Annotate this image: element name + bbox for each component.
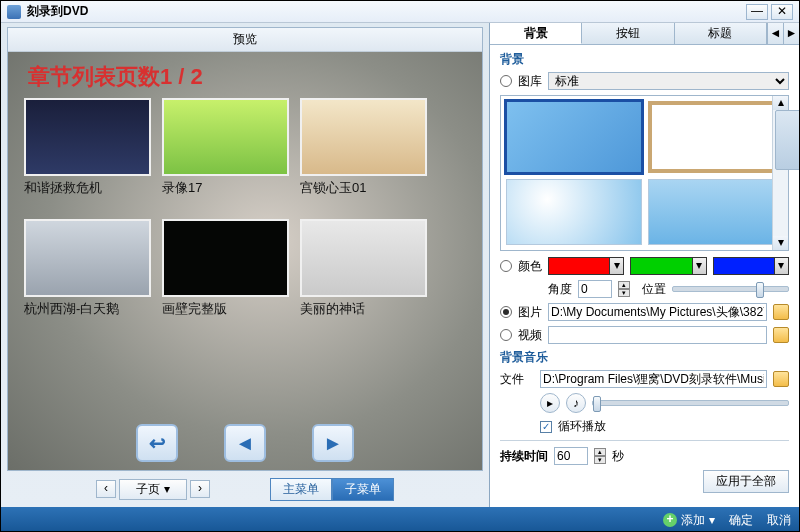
play-button[interactable]: ▸ bbox=[540, 393, 560, 413]
radio-video[interactable] bbox=[500, 329, 512, 341]
gallery-thumb[interactable] bbox=[506, 179, 642, 245]
tabs-scroll-left[interactable]: ◄ bbox=[767, 23, 783, 44]
video-path-input[interactable] bbox=[548, 326, 767, 344]
nav-next-button[interactable]: ► bbox=[312, 424, 354, 462]
label-file: 文件 bbox=[500, 371, 534, 388]
footer-ok-button[interactable]: 确定 bbox=[729, 512, 753, 529]
library-select[interactable]: 标准 bbox=[548, 72, 789, 90]
loop-checkbox[interactable]: ✓ bbox=[540, 421, 552, 433]
pager-prev[interactable]: ‹ bbox=[96, 480, 116, 498]
pager-label[interactable]: 子页▾ bbox=[119, 479, 187, 500]
radio-image[interactable] bbox=[500, 306, 512, 318]
duration-input[interactable] bbox=[554, 447, 588, 465]
apply-all-button[interactable]: 应用于全部 bbox=[703, 470, 789, 493]
window-title: 刻录到DVD bbox=[27, 3, 88, 20]
label-library: 图库 bbox=[518, 73, 542, 90]
position-slider[interactable] bbox=[672, 286, 789, 292]
scroll-up-icon[interactable]: ▴ bbox=[773, 96, 788, 110]
chapter-label: 画壁完整版 bbox=[162, 300, 294, 318]
chapter-thumb[interactable]: 录像17 bbox=[162, 98, 294, 197]
app-icon bbox=[7, 5, 21, 19]
angle-up[interactable]: ▴ bbox=[618, 281, 630, 289]
nav-return-button[interactable]: ↩ bbox=[136, 424, 178, 462]
chapter-thumb[interactable]: 宫锁心玉01 bbox=[300, 98, 432, 197]
scroll-down-icon[interactable]: ▾ bbox=[773, 236, 788, 250]
tab-background[interactable]: 背景 bbox=[490, 23, 582, 44]
gallery-thumb[interactable] bbox=[648, 179, 784, 245]
chapter-thumb[interactable]: 画壁完整版 bbox=[162, 219, 294, 318]
angle-down[interactable]: ▾ bbox=[618, 289, 630, 297]
label-video: 视频 bbox=[518, 327, 542, 344]
duration-down[interactable]: ▾ bbox=[594, 456, 606, 464]
tab-title[interactable]: 标题 bbox=[675, 23, 767, 44]
gallery-scrollbar[interactable]: ▴ ▾ bbox=[772, 96, 788, 250]
tab-main-menu[interactable]: 主菜单 bbox=[270, 478, 332, 501]
music-path-input[interactable] bbox=[540, 370, 767, 388]
note-button[interactable]: ♪ bbox=[566, 393, 586, 413]
gallery-thumb[interactable] bbox=[506, 101, 642, 173]
footer-cancel-button[interactable]: 取消 bbox=[767, 512, 791, 529]
nav-prev-button[interactable]: ◄ bbox=[224, 424, 266, 462]
browse-music-button[interactable] bbox=[773, 371, 789, 387]
image-path-input[interactable] bbox=[548, 303, 767, 321]
chapter-label: 美丽的神话 bbox=[300, 300, 432, 318]
chapter-thumb[interactable]: 杭州西湖-白天鹅 bbox=[24, 219, 156, 318]
color-swatch-3[interactable]: ▾ bbox=[713, 257, 789, 275]
music-slider[interactable] bbox=[592, 400, 789, 406]
close-button[interactable]: ✕ bbox=[771, 4, 793, 20]
chapter-thumb[interactable]: 和谐拯救危机 bbox=[24, 98, 156, 197]
chapter-list-title: 章节列表页数1 / 2 bbox=[28, 62, 203, 92]
chapter-thumb[interactable]: 美丽的神话 bbox=[300, 219, 432, 318]
pager: ‹ 子页▾ › bbox=[96, 479, 210, 500]
pager-next[interactable]: › bbox=[190, 480, 210, 498]
label-seconds: 秒 bbox=[612, 448, 624, 465]
chapter-label: 录像17 bbox=[162, 179, 294, 197]
color-swatch-2[interactable]: ▾ bbox=[630, 257, 706, 275]
label-angle: 角度 bbox=[548, 281, 572, 298]
footer-add-button[interactable]: + 添加▾ bbox=[663, 512, 715, 529]
browse-image-button[interactable] bbox=[773, 304, 789, 320]
label-duration: 持续时间 bbox=[500, 448, 548, 465]
label-loop: 循环播放 bbox=[558, 418, 606, 435]
color-swatch-1[interactable]: ▾ bbox=[548, 257, 624, 275]
tab-button[interactable]: 按钮 bbox=[582, 23, 674, 44]
browse-video-button[interactable] bbox=[773, 327, 789, 343]
chapter-label: 宫锁心玉01 bbox=[300, 179, 432, 197]
minimize-button[interactable]: — bbox=[746, 4, 768, 20]
add-icon: + bbox=[663, 513, 677, 527]
label-position: 位置 bbox=[642, 281, 666, 298]
preview-header: 预览 bbox=[8, 28, 482, 52]
label-color: 颜色 bbox=[518, 258, 542, 275]
menu-canvas: 章节列表页数1 / 2 和谐拯救危机 录像17 宫锁心玉01 杭州西湖-白天鹅 … bbox=[8, 52, 482, 470]
tabs-scroll-right[interactable]: ► bbox=[783, 23, 799, 44]
duration-up[interactable]: ▴ bbox=[594, 448, 606, 456]
gallery-thumb[interactable] bbox=[648, 101, 784, 173]
background-gallery: ▴ ▾ bbox=[500, 95, 789, 251]
section-background: 背景 bbox=[500, 51, 789, 68]
chapter-label: 杭州西湖-白天鹅 bbox=[24, 300, 156, 318]
tab-sub-menu[interactable]: 子菜单 bbox=[332, 478, 394, 501]
section-music: 背景音乐 bbox=[500, 349, 789, 366]
angle-input[interactable] bbox=[578, 280, 612, 298]
label-image: 图片 bbox=[518, 304, 542, 321]
radio-library[interactable] bbox=[500, 75, 512, 87]
radio-color[interactable] bbox=[500, 260, 512, 272]
chapter-label: 和谐拯救危机 bbox=[24, 179, 156, 197]
